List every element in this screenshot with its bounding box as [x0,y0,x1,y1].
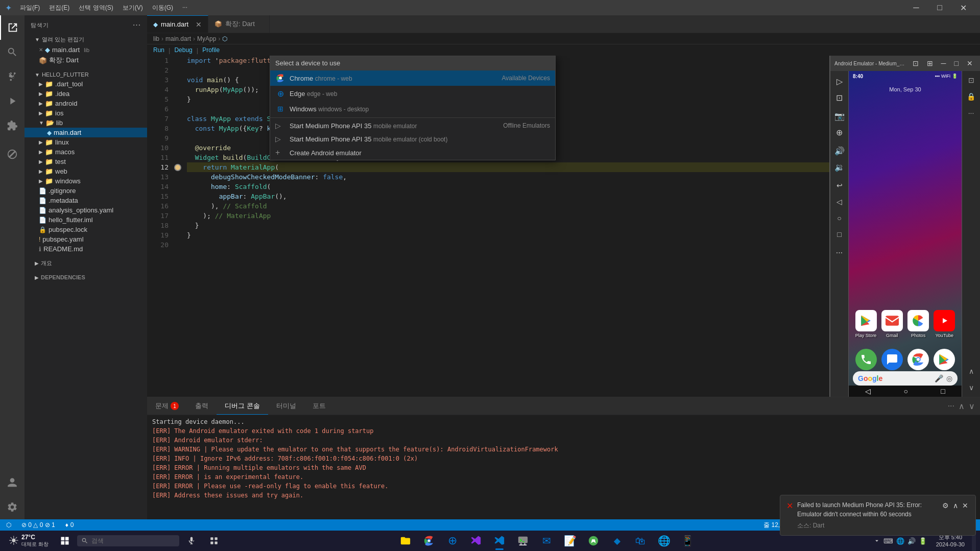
go-menu[interactable]: 이동(G) [148,3,177,13]
debug-link[interactable]: Debug [174,46,192,54]
nav-back-btn[interactable]: ◁ [865,387,871,395]
folder-android[interactable]: ▶ 📁 android [25,99,147,108]
taskbar-app-visualstudio[interactable] [465,531,487,551]
notification-gear-btn[interactable]: ⚙ [941,500,950,511]
file-main-dart[interactable]: ◆ main.dart [25,128,147,137]
file-analysis-options[interactable]: 📄 analysis_options.yaml [25,205,147,215]
emu-right-up-btn[interactable]: ∧ [964,364,978,378]
activity-extensions[interactable] [0,113,25,138]
emu-zoom-btn[interactable]: ⊕ [832,125,847,139]
file-metadata[interactable]: 📄 .metadata [25,196,147,205]
open-editors-toggle[interactable]: ▼ 열려 있는 편집기 [25,34,147,45]
status-errors[interactable]: ⊘ 0 △ 0 ⊘ 1 [19,521,57,529]
emulator-grid-icon[interactable]: ⊞ [924,58,936,68]
bc-myapp[interactable]: MyApp [197,35,216,42]
profile-link[interactable]: Profile [202,46,220,54]
folder-ios[interactable]: ▶ 📁 ios [25,108,147,118]
app-messages[interactable] [881,349,903,370]
folder-windows[interactable]: ▶ 📁 windows [25,176,147,186]
taskbar-app-android-studio[interactable] [582,531,605,551]
activity-settings[interactable] [0,495,25,519]
start-button[interactable] [55,533,75,549]
outline-toggle[interactable]: ▶ 개요 [25,258,147,269]
status-remote[interactable]: ⬡ [4,521,13,529]
lens-icon[interactable]: ◎ [946,374,952,382]
status-git[interactable]: ♦ 0 [63,521,76,529]
emulator-close-btn[interactable]: ✕ [964,58,976,68]
file-readme[interactable]: ℹ README.md [25,244,147,254]
taskbar-search[interactable] [77,535,179,546]
panel-tab-problems[interactable]: 문제 1 [147,397,187,415]
edit-menu[interactable]: 편집(E) [45,3,74,13]
tab-close-icon[interactable]: ✕ [196,20,202,29]
taskbar-app-dart[interactable]: ◆ [606,531,628,551]
taskbar-app-vscode[interactable] [488,531,511,551]
folder-web[interactable]: ▶ 📁 web [25,166,147,176]
close-button[interactable]: ✕ [951,0,975,15]
tab-main-dart[interactable]: ◆ main.dart ✕ [147,15,208,33]
taskbar-app-chrome[interactable] [418,531,440,551]
panel-tab-debug[interactable]: 디버그 콘솔 [217,397,268,415]
panel-tab-ports[interactable]: 포트 [304,397,334,415]
app-gmail[interactable]: Gmail [881,310,903,338]
view-menu[interactable]: 보기(V) [118,3,147,13]
emu-more-btn[interactable]: ··· [832,246,847,260]
app-phone[interactable] [855,349,877,370]
emulator-minimize-btn[interactable]: ─ [938,58,949,68]
folder-linux[interactable]: ▶ 📁 linux [25,137,147,147]
emu-overview-btn[interactable]: □ [832,227,847,242]
taskbar-app-edge[interactable]: ⊕ [441,531,464,551]
taskbar-weather[interactable]: ☀ 27°C 대체로 화창 [4,532,53,550]
folder-dart-tool[interactable]: ▶ 📁 .dart_tool [25,79,147,89]
emu-back-btn[interactable]: ◁ [832,195,847,209]
taskbar-app-chrome2[interactable]: 🌐 [653,531,675,551]
dependencies-toggle[interactable]: ▶ DEPENDENCIES [25,273,147,282]
app-youtube[interactable]: YouTube [934,310,955,338]
emu-right-more-btn[interactable]: ··· [964,106,978,120]
panel-tab-output[interactable]: 출력 [187,397,217,415]
folder-macos[interactable]: ▶ 📁 macos [25,147,147,157]
folder-test[interactable]: ▶ 📁 test [25,157,147,166]
taskbar-app-outlook[interactable]: ✉ [535,531,558,551]
create-android-emulator[interactable]: + Create Android emulator [270,146,555,160]
minimize-button[interactable]: ─ [904,0,928,15]
panel-ctrl-down[interactable]: ∨ [968,401,976,411]
nav-overview-btn[interactable]: □ [941,387,945,395]
activity-remote[interactable] [0,142,25,166]
phone-search-bar[interactable]: Google 🎤 ◎ [853,371,958,386]
emu-volume-up-btn[interactable]: 🔊 [832,143,847,158]
maximize-button[interactable]: □ [928,0,951,15]
bc-lib[interactable]: lib [153,35,159,42]
run-link[interactable]: Run [153,46,164,54]
project-toggle[interactable]: ▼ HELLO_FLUTTER [25,70,147,79]
device-emulator-2[interactable]: ▷ Start Medium Phone API 35 mobile emula… [270,132,555,146]
activity-search[interactable] [0,40,25,64]
taskbar-app-store[interactable]: 🛍 [629,531,652,551]
app-photos[interactable]: Photos [907,310,929,338]
device-edge[interactable]: ⊕ Edge edge - web [270,86,555,101]
device-dropdown[interactable]: Chrome chrome - web Available Devices ⊕ … [270,56,556,160]
activity-run[interactable] [0,89,25,113]
emu-volume-down-btn[interactable]: 🔉 [832,160,847,174]
selection-menu[interactable]: 선택 영역(S) [75,3,117,13]
emu-right-down-btn[interactable]: ∨ [964,380,978,395]
taskbar-mic[interactable] [181,531,202,551]
taskbar-app-phone[interactable]: 📱 [676,531,699,551]
activity-source-control[interactable] [0,64,25,89]
panel-tab-terminal[interactable]: 터미널 [268,397,304,415]
file-gitignore[interactable]: 📄 .gitignore [25,186,147,196]
activity-explorer[interactable] [0,15,25,40]
open-file-main-dart[interactable]: ✕ ◆ main.dart lib [25,45,147,55]
emu-rotate-btn[interactable]: ↩ [832,178,847,193]
taskbar-app-explorer[interactable] [394,531,417,551]
taskbar-app-note[interactable]: 📝 [559,531,581,551]
tab-dart-ext[interactable]: 📦 확장: Dart [208,15,270,33]
device-windows[interactable]: ⊞ Windows windows - desktop [270,101,555,116]
emulator-maximize-btn[interactable]: □ [951,58,962,68]
taskbar-app-terminal[interactable] [512,531,534,551]
notification-expand-btn[interactable]: ∧ [952,500,959,511]
folder-idea[interactable]: ▶ 📁 .idea [25,89,147,99]
folder-lib[interactable]: ▼ 📂 lib [25,118,147,128]
file-pubspec-lock[interactable]: 🔒 pubspec.lock [25,225,147,234]
emu-right-lock-btn[interactable]: 🔒 [964,89,978,104]
